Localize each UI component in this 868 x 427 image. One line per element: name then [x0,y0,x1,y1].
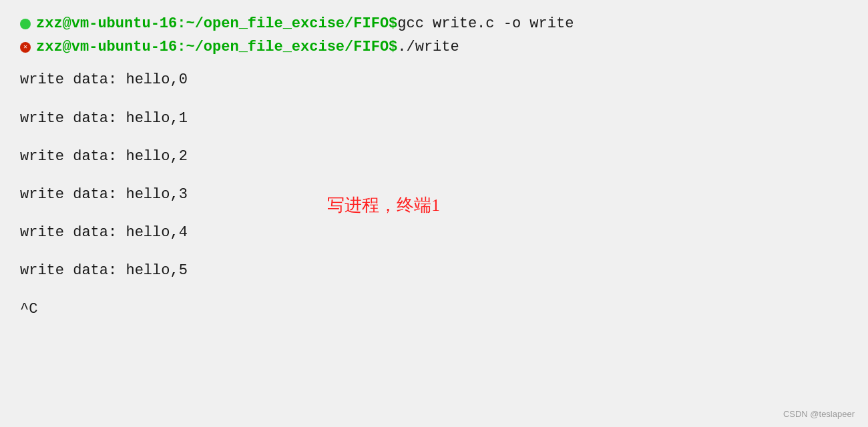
command-text-1: gcc write.c -o write [397,12,574,35]
interrupt-line: ^C [20,298,848,321]
output-block-2: write data: hello,2 [20,135,848,168]
command-text-2: ./write [397,35,459,59]
output-line-2: write data: hello,2 [20,145,848,168]
command-line-2: zxz@vm-ubuntu-16:~/open_file_excise/FIFO… [20,35,848,59]
output-block-5: write data: hello,5 [20,250,848,282]
output-block-0: write data: hello,0 [20,59,848,91]
prompt-dot-green-1 [20,19,31,29]
output-line-5: write data: hello,5 [20,259,848,282]
annotation-label: 写进程，终端1 [327,193,440,217]
output-line-4: write data: hello,4 [20,221,848,244]
prompt-dot-red-2 [20,42,31,53]
output-line-0: write data: hello,0 [20,68,848,91]
output-block-1: write data: hello,1 [20,97,848,130]
terminal-window: zxz@vm-ubuntu-16:~/open_file_excise/FIFO… [0,0,868,427]
prompt-path-2: zxz@vm-ubuntu-16:~/open_file_excise/FIFO… [36,35,397,59]
output-block-interrupt: ^C [20,288,848,321]
command-line-1: zxz@vm-ubuntu-16:~/open_file_excise/FIFO… [20,12,848,35]
watermark: CSDN @teslapeer [783,409,855,419]
prompt-path-1: zxz@vm-ubuntu-16:~/open_file_excise/FIFO… [36,12,397,35]
output-line-1: write data: hello,1 [20,107,848,130]
